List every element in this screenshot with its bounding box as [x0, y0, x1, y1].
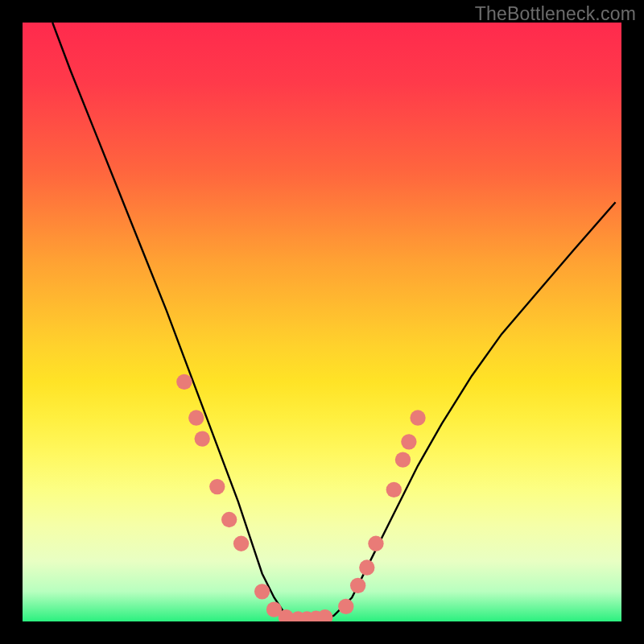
watermark-text: TheBottleneck.com: [475, 3, 636, 25]
data-marker: [338, 599, 353, 614]
data-marker: [221, 512, 237, 527]
marker-group: [176, 374, 426, 621]
data-marker: [395, 452, 411, 467]
data-marker: [401, 434, 416, 449]
data-marker: [386, 482, 402, 497]
data-marker: [359, 559, 374, 575]
chart-svg: [23, 23, 621, 621]
bottleneck-curve: [52, 23, 615, 621]
data-marker: [209, 479, 225, 494]
data-marker: [368, 536, 383, 551]
data-marker: [254, 584, 270, 599]
data-marker: [233, 536, 249, 551]
data-marker: [188, 410, 204, 425]
data-marker: [410, 410, 425, 425]
chart-frame: TheBottleneck.com: [0, 0, 644, 644]
data-marker: [195, 431, 210, 446]
data-marker: [350, 578, 365, 593]
data-marker: [317, 609, 332, 621]
plot-area: [23, 23, 621, 621]
data-marker: [176, 374, 192, 390]
